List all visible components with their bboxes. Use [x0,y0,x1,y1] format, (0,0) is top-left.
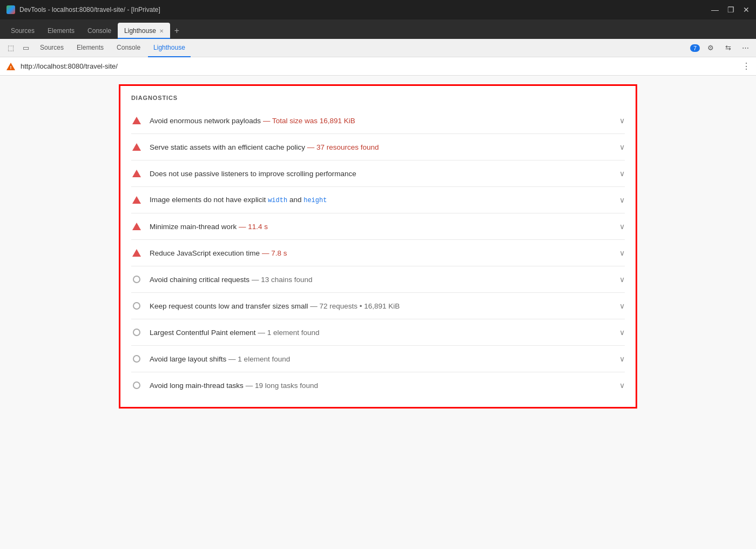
diag-text-10: Avoid long main-thread tasks — 19 long t… [150,381,614,390]
diag-detail-8: — 1 element found [258,329,319,337]
device-icon[interactable]: ▭ [19,42,32,55]
tab-sources-label: Sources [11,27,35,35]
info-circle-icon-6 [131,274,142,285]
chevron-down-icon-4: ∨ [619,222,625,231]
chevron-down-icon-6: ∨ [619,275,625,284]
main-content: DIAGNOSTICS Avoid enormous network paylo… [0,76,756,549]
title-bar: DevTools - localhost:8080/travel-site/ -… [0,0,756,19]
chevron-down-icon-9: ∨ [619,354,625,363]
devtools-navbar: ⬚ ▭ Sources Elements Console Lighthouse … [0,39,756,57]
url-more-button[interactable]: ⋮ [742,61,751,71]
diag-detail-9: — 1 element found [228,355,290,363]
info-circle-icon-10 [131,380,142,391]
tab-active-indicator [118,38,170,39]
title-bar-left: DevTools - localhost:8080/travel-site/ -… [6,5,160,14]
diag-item-10[interactable]: Avoid long main-thread tasks — 19 long t… [131,372,625,398]
nav-tab-lighthouse-label: Lighthouse [153,44,185,51]
chevron-down-icon-1: ∨ [619,143,625,151]
tab-lighthouse-label: Lighthouse [124,27,156,35]
diag-text-0: Avoid enormous network payloads — Total … [150,117,614,125]
chevron-down-icon-7: ∨ [619,302,625,310]
diag-text-8: Largest Contentful Paint element — 1 ele… [150,329,614,337]
nav-tab-elements-label: Elements [77,44,104,51]
warning-triangle-icon-1 [131,142,142,152]
nav-tab-lighthouse[interactable]: Lighthouse [148,39,191,57]
tab-elements-label: Elements [48,27,75,35]
diag-item-8[interactable]: Largest Contentful Paint element — 1 ele… [131,319,625,346]
diag-item-1[interactable]: Serve static assets with an efficient ca… [131,134,625,160]
diag-text-7: Keep request counts low and transfer siz… [150,302,614,310]
diag-detail-0: — Total size was 16,891 KiB [263,117,355,125]
close-button[interactable]: ✕ [743,5,750,14]
notification-badge: 7 [690,44,700,52]
svg-text:!: ! [10,65,12,70]
diag-item-7[interactable]: Keep request counts low and transfer siz… [131,293,625,319]
diag-item-3[interactable]: Image elements do not have explicit widt… [131,187,625,213]
settings-icon[interactable]: ⚙ [704,42,717,55]
chevron-down-icon-10: ∨ [619,381,625,390]
warning-triangle-icon-4 [131,221,142,232]
title-bar-title: DevTools - localhost:8080/travel-site/ -… [19,6,160,14]
diag-text-5: Reduce JavaScript execution time — 7.8 s [150,249,614,257]
diag-item-2[interactable]: Does not use passive listeners to improv… [131,160,625,187]
tab-console[interactable]: Console [81,23,118,39]
warning-icon: ! [5,61,16,72]
restore-button[interactable]: ❐ [727,5,734,14]
diag-detail-10: — 19 long tasks found [246,381,318,390]
diag-text-6: Avoid chaining critical requests — 13 ch… [150,276,614,284]
diag-detail-4: — 11.4 s [239,223,268,231]
diag-detail-7: — 72 requests • 16,891 KiB [310,302,400,310]
code-width: width [268,197,287,204]
diagnostics-panel: DIAGNOSTICS Avoid enormous network paylo… [119,84,637,409]
dock-icon[interactable]: ⇆ [721,42,734,55]
info-circle-icon-7 [131,300,142,311]
diag-item-6[interactable]: Avoid chaining critical requests — 13 ch… [131,266,625,293]
diag-text-2: Does not use passive listeners to improv… [150,170,614,178]
diag-text-1: Serve static assets with an efficient ca… [150,143,614,151]
more-icon[interactable]: ⋯ [739,42,752,55]
diag-item-9[interactable]: Avoid large layout shifts — 1 element fo… [131,346,625,372]
nav-tab-sources-label: Sources [40,44,64,51]
diag-detail-6: — 13 chains found [252,276,313,284]
warning-triangle-icon-0 [131,115,142,126]
tab-bar: Sources Elements Console Lighthouse ✕ + [0,19,756,39]
diag-detail-1: — 37 resources found [307,143,379,151]
title-bar-controls: — ❐ ✕ [711,5,750,14]
diag-detail-5: — 7.8 s [262,249,287,257]
nav-tab-console-label: Console [117,44,140,51]
warning-triangle-icon-2 [131,168,142,179]
diag-text-3: Image elements do not have explicit widt… [150,196,614,204]
inspect-icon[interactable]: ⬚ [4,42,17,55]
url-bar: ! http://localhost:8080/travel-site/ ⋮ [0,57,756,76]
nav-tab-console[interactable]: Console [111,39,146,57]
nav-right: 7 ⚙ ⇆ ⋯ [690,42,752,55]
nav-tab-sources[interactable]: Sources [35,39,69,57]
chevron-down-icon-3: ∨ [619,196,625,204]
diag-text-9: Avoid large layout shifts — 1 element fo… [150,355,614,363]
code-height: height [303,197,327,204]
warning-triangle-icon-5 [131,247,142,258]
new-tab-button[interactable]: + [170,23,184,39]
diag-text-4: Minimize main-thread work — 11.4 s [150,223,614,231]
chevron-down-icon-5: ∨ [619,249,625,257]
info-circle-icon-8 [131,327,142,338]
tab-lighthouse[interactable]: Lighthouse ✕ [118,23,170,39]
tab-elements[interactable]: Elements [41,23,81,39]
tab-sources[interactable]: Sources [4,23,41,39]
diagnostics-title: DIAGNOSTICS [131,95,625,101]
tab-console-label: Console [87,27,111,35]
chevron-down-icon-0: ∨ [619,116,625,125]
nav-tab-elements[interactable]: Elements [71,39,109,57]
diag-item-4[interactable]: Minimize main-thread work — 11.4 s ∨ [131,213,625,240]
url-text: http://localhost:8080/travel-site/ [21,62,738,70]
diag-item-0[interactable]: Avoid enormous network payloads — Total … [131,108,625,134]
minimize-button[interactable]: — [711,5,719,14]
chevron-down-icon-8: ∨ [619,328,625,337]
tab-lighthouse-close[interactable]: ✕ [159,28,164,34]
warning-triangle-icon-3 [131,195,142,205]
info-circle-icon-9 [131,353,142,364]
devtools-icon [6,5,15,14]
diag-item-5[interactable]: Reduce JavaScript execution time — 7.8 s… [131,240,625,266]
chevron-down-icon-2: ∨ [619,169,625,178]
